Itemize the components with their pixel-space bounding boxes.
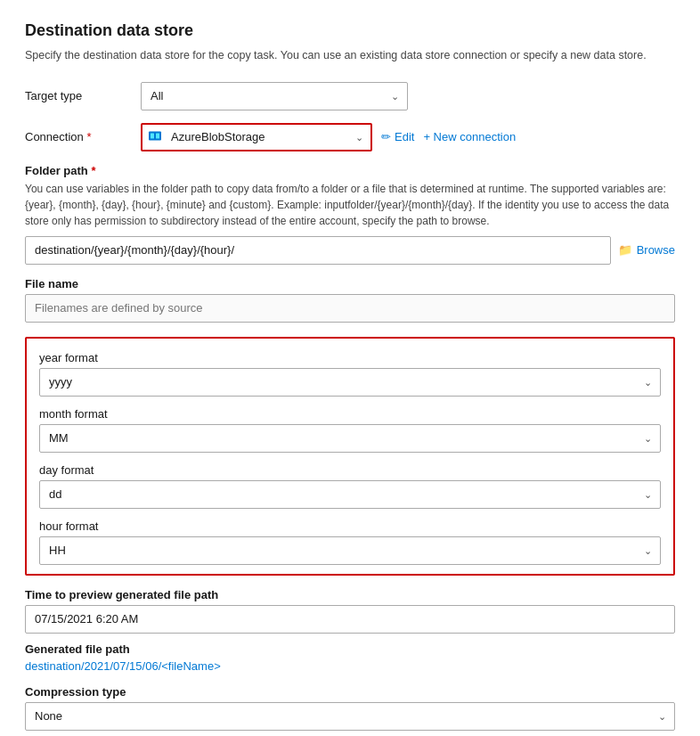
folder-path-section: Folder path * You can use variables in t… xyxy=(25,164,675,265)
target-type-label: Target type xyxy=(25,89,141,102)
connection-wrapper: AzureBlobStorage ⌄ ✏ Edit + New connecti… xyxy=(141,123,675,151)
file-name-section: File name xyxy=(25,277,675,337)
year-format-label: year format xyxy=(39,351,661,364)
day-format-row: day format dd d ⌄ xyxy=(39,463,661,509)
folder-path-desc: You can use variables in the folder path… xyxy=(25,181,675,229)
target-type-select[interactable]: All xyxy=(141,82,408,110)
day-format-label: day format xyxy=(39,463,661,477)
year-format-select[interactable]: yyyy yy xyxy=(39,368,661,397)
month-format-select-wrapper: MM M ⌄ xyxy=(39,424,661,453)
hour-format-select-wrapper: HH H ⌄ xyxy=(39,536,661,565)
hour-format-select[interactable]: HH H xyxy=(39,536,661,565)
folder-path-input[interactable] xyxy=(25,236,611,265)
generated-path-label: Generated file path xyxy=(25,642,675,656)
browse-button[interactable]: 📁 Browse xyxy=(618,243,675,257)
month-format-label: month format xyxy=(39,407,661,421)
day-format-select-wrapper: dd d ⌄ xyxy=(39,480,661,509)
connection-label: Connection * xyxy=(25,130,141,143)
generated-path-section: Generated file path destination/2021/07/… xyxy=(25,642,675,673)
new-connection-link[interactable]: + New connection xyxy=(423,130,516,143)
format-box: year format yyyy yy ⌄ month format MM M … xyxy=(25,337,675,576)
month-format-row: month format MM M ⌄ xyxy=(39,407,661,453)
edit-link[interactable]: ✏ Edit xyxy=(381,130,414,143)
compression-select[interactable]: None gzip bzip2 deflate ZipDeflate snapp… xyxy=(25,702,675,731)
file-name-input[interactable] xyxy=(25,294,675,323)
year-format-row: year format yyyy yy ⌄ xyxy=(39,351,661,397)
compression-label: Compression type xyxy=(25,685,675,699)
target-type-select-wrapper: All ⌄ xyxy=(141,82,408,110)
browse-icon: 📁 xyxy=(618,243,632,257)
time-preview-label: Time to preview generated file path xyxy=(25,588,675,601)
pencil-icon: ✏ xyxy=(381,130,391,143)
folder-path-row: 📁 Browse xyxy=(25,236,675,265)
time-preview-input[interactable] xyxy=(25,605,675,634)
compression-section: Compression type None gzip bzip2 deflate… xyxy=(25,685,675,731)
time-preview-section: Time to preview generated file path xyxy=(25,588,675,642)
folder-path-label: Folder path * xyxy=(25,164,675,177)
generated-path-value: destination/2021/07/15/06/<fileName> xyxy=(25,659,675,673)
connection-select[interactable]: AzureBlobStorage xyxy=(141,123,372,151)
file-name-label: File name xyxy=(25,277,675,290)
destination-data-store-panel: Destination data store Specify the desti… xyxy=(0,0,700,736)
panel-title: Destination data store xyxy=(25,21,675,40)
compression-select-wrapper: None gzip bzip2 deflate ZipDeflate snapp… xyxy=(25,702,675,731)
connection-row: Connection * AzureBlobStorage ⌄ ✏ Edit xyxy=(25,123,675,151)
hour-format-label: hour format xyxy=(39,519,661,533)
year-format-select-wrapper: yyyy yy ⌄ xyxy=(39,368,661,397)
target-type-row: Target type All ⌄ xyxy=(25,82,675,110)
connection-dropdown: AzureBlobStorage ⌄ xyxy=(141,123,372,151)
hour-format-row: hour format HH H ⌄ xyxy=(39,519,661,565)
month-format-select[interactable]: MM M xyxy=(39,424,661,453)
panel-description: Specify the destination data store for t… xyxy=(25,47,675,64)
day-format-select[interactable]: dd d xyxy=(39,480,661,509)
